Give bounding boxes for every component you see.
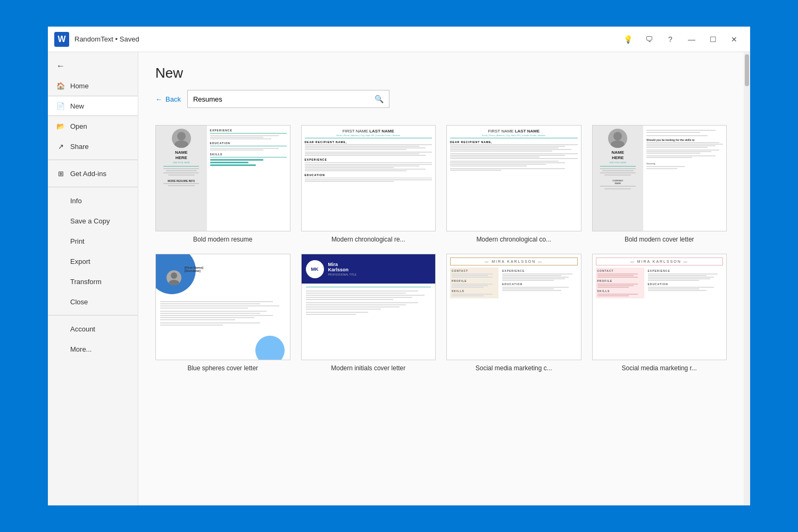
sidebar-label-home: Home bbox=[70, 82, 89, 90]
back-link-label: Back bbox=[165, 95, 181, 103]
template-card-blue-spheres[interactable]: [First Name][Surname] bbox=[155, 254, 290, 372]
sidebar-item-transform[interactable]: Transform bbox=[48, 271, 138, 292]
main-window: W RandomText • Saved 💡 🗨 ? — ☐ ✕ ← 🏠 Hom… bbox=[48, 27, 750, 505]
sidebar-label-share: Share bbox=[70, 143, 89, 151]
help-button[interactable]: ? bbox=[661, 31, 680, 48]
page-title: New bbox=[155, 65, 727, 81]
sidebar-divider-1 bbox=[48, 160, 138, 160]
template-card-chrono-resume[interactable]: FIRST NAME LAST NAME Email | Phone | Add… bbox=[301, 125, 436, 243]
search-box[interactable]: 🔍 bbox=[187, 90, 389, 108]
sidebar-label-account: Account bbox=[70, 325, 95, 333]
sidebar-label-more: More... bbox=[70, 345, 92, 353]
svg-point-3 bbox=[611, 140, 625, 148]
app-content: ← 🏠 Home 📄 New 📂 Open ↗ Share ⊞ Get Add- bbox=[48, 52, 750, 505]
feedback-button[interactable]: 🗨 bbox=[639, 31, 659, 48]
sidebar-label-open: Open bbox=[70, 122, 87, 130]
search-button[interactable]: 🔍 bbox=[375, 95, 384, 103]
share-icon: ↗ bbox=[56, 142, 65, 151]
close-button[interactable]: ✕ bbox=[725, 31, 744, 48]
titlebar-actions: 💡 🗨 ? — ☐ ✕ bbox=[618, 31, 744, 48]
print-icon bbox=[56, 237, 65, 245]
template-label-bold-cover: Bold modern cover letter bbox=[625, 236, 694, 243]
scrollbar[interactable] bbox=[744, 52, 750, 505]
template-label-bold-modern-resume: Bold modern resume bbox=[193, 236, 252, 243]
template-label-social-tan: Social media marketing c... bbox=[476, 364, 552, 372]
sidebar-item-addins[interactable]: ⊞ Get Add-ins bbox=[48, 163, 138, 184]
templates-area: NAMEHERE JOB TITLE HERE MORE RESUME INFO bbox=[138, 117, 744, 505]
minimize-button[interactable]: — bbox=[682, 31, 701, 48]
sidebar-item-new[interactable]: 📄 New bbox=[48, 96, 138, 116]
window-title: RandomText • Saved bbox=[74, 35, 618, 43]
template-card-initials[interactable]: MK MiraKarlsson PROFESSIONAL TITLE bbox=[301, 254, 436, 372]
template-thumb-chrono-cover: FIRST NAME LAST NAME Email | Phone | Add… bbox=[446, 125, 581, 231]
templates-grid: NAMEHERE JOB TITLE HERE MORE RESUME INFO bbox=[155, 125, 727, 372]
svg-point-1 bbox=[174, 140, 188, 148]
sidebar-item-account[interactable]: Account bbox=[48, 319, 138, 339]
template-label-initials: Modern initials cover letter bbox=[331, 364, 405, 372]
template-thumb-bold-modern-resume: NAMEHERE JOB TITLE HERE MORE RESUME INFO bbox=[155, 125, 290, 231]
sidebar: ← 🏠 Home 📄 New 📂 Open ↗ Share ⊞ Get Add- bbox=[48, 52, 138, 505]
template-thumb-initials: MK MiraKarlsson PROFESSIONAL TITLE bbox=[301, 254, 436, 360]
svg-point-2 bbox=[613, 132, 622, 140]
template-card-social-tan[interactable]: — MIRA KARLSSON — CONTACT PROFILE bbox=[446, 254, 581, 372]
save-copy-icon bbox=[56, 217, 65, 225]
sidebar-item-save-copy[interactable]: Save a Copy bbox=[48, 211, 138, 231]
maximize-button[interactable]: ☐ bbox=[703, 31, 722, 48]
account-icon bbox=[56, 325, 65, 333]
sidebar-back-button[interactable]: ← bbox=[48, 56, 138, 76]
template-thumb-blue-spheres: [First Name][Surname] bbox=[155, 254, 290, 360]
sidebar-label-print: Print bbox=[70, 237, 85, 245]
search-row: ← Back 🔍 bbox=[155, 90, 727, 108]
main-header: New ← Back 🔍 bbox=[138, 52, 744, 117]
app-logo: W bbox=[54, 32, 69, 47]
template-label-chrono-cover: Modern chronological co... bbox=[476, 236, 551, 243]
svg-point-0 bbox=[177, 132, 186, 140]
info-icon bbox=[56, 196, 65, 205]
sidebar-item-info[interactable]: Info bbox=[48, 190, 138, 211]
svg-point-4 bbox=[171, 272, 177, 279]
sidebar-label-transform: Transform bbox=[70, 278, 102, 286]
template-thumb-bold-cover: NAMEHERE JOB TITLE HERE COMPANYNAME bbox=[592, 125, 727, 231]
sidebar-label-new: New bbox=[70, 102, 84, 110]
main-content: New ← Back 🔍 bbox=[138, 52, 744, 505]
titlebar: W RandomText • Saved 💡 🗨 ? — ☐ ✕ bbox=[48, 27, 750, 52]
sidebar-item-home[interactable]: 🏠 Home bbox=[48, 76, 138, 96]
template-card-chrono-cover[interactable]: FIRST NAME LAST NAME Email | Phone | Add… bbox=[446, 125, 581, 243]
sidebar-label-info: Info bbox=[70, 197, 82, 205]
sidebar-divider-2 bbox=[48, 187, 138, 187]
sidebar-item-more[interactable]: More... bbox=[48, 339, 138, 359]
scrollbar-thumb[interactable] bbox=[745, 54, 749, 86]
back-arrow-icon: ← bbox=[155, 95, 162, 103]
sidebar-item-close[interactable]: Close bbox=[48, 292, 138, 312]
back-link[interactable]: ← Back bbox=[155, 95, 181, 103]
sidebar-item-share[interactable]: ↗ Share bbox=[48, 136, 138, 156]
sidebar-item-print[interactable]: Print bbox=[48, 231, 138, 251]
search-input[interactable] bbox=[193, 95, 375, 103]
export-icon bbox=[56, 257, 65, 265]
sidebar-label-save-copy: Save a Copy bbox=[70, 217, 110, 225]
sidebar-item-export[interactable]: Export bbox=[48, 251, 138, 271]
template-label-blue-spheres: Blue spheres cover letter bbox=[187, 364, 258, 372]
template-label-chrono-resume: Modern chronological re... bbox=[331, 236, 405, 243]
close-doc-icon bbox=[56, 297, 65, 306]
sidebar-label-close: Close bbox=[70, 298, 88, 306]
template-card-bold-modern-resume[interactable]: NAMEHERE JOB TITLE HERE MORE RESUME INFO bbox=[155, 125, 290, 243]
template-thumb-social-tan: — MIRA KARLSSON — CONTACT PROFILE bbox=[446, 254, 581, 360]
home-icon: 🏠 bbox=[56, 81, 65, 90]
new-icon: 📄 bbox=[56, 102, 65, 110]
template-thumb-social-pink: — MIRA KARLSSON — CONTACT PROFILE bbox=[592, 254, 727, 360]
template-thumb-chrono-resume: FIRST NAME LAST NAME Email | Phone | Add… bbox=[301, 125, 436, 231]
sidebar-item-open[interactable]: 📂 Open bbox=[48, 116, 138, 136]
template-card-bold-cover[interactable]: NAMEHERE JOB TITLE HERE COMPANYNAME bbox=[592, 125, 727, 243]
sidebar-label-addins: Get Add-ins bbox=[70, 170, 106, 178]
sidebar-label-export: Export bbox=[70, 257, 90, 265]
lightbulb-button[interactable]: 💡 bbox=[618, 31, 637, 48]
addins-icon: ⊞ bbox=[56, 169, 65, 178]
template-label-social-pink: Social media marketing r... bbox=[622, 364, 697, 372]
transform-icon bbox=[56, 277, 65, 286]
more-icon bbox=[56, 345, 65, 353]
sidebar-divider-3 bbox=[48, 315, 138, 315]
template-card-social-pink[interactable]: — MIRA KARLSSON — CONTACT PROFILE bbox=[592, 254, 727, 372]
back-icon: ← bbox=[56, 61, 65, 71]
open-icon: 📂 bbox=[56, 122, 65, 130]
